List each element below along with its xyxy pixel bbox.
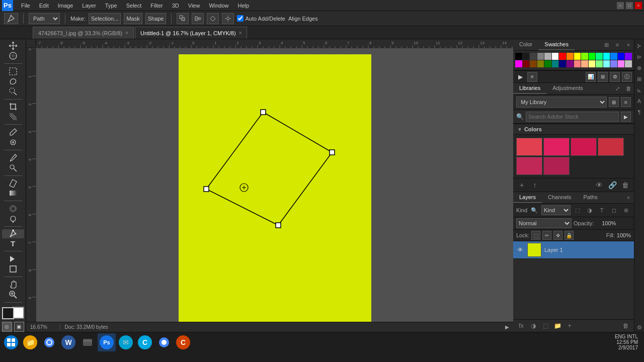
grid-icon[interactable]: ⊞ — [598, 72, 608, 82]
play-btn[interactable]: ▶ — [515, 72, 525, 82]
swatch-1[interactable] — [523, 53, 530, 60]
info-icon[interactable]: ⓘ — [622, 72, 632, 82]
lib-grid-view[interactable]: ⊞ — [609, 97, 619, 107]
panel-grid-view-btn[interactable]: ⊞ — [602, 40, 611, 49]
color-swatch-4[interactable] — [598, 138, 624, 156]
clone-tool[interactable] — [2, 163, 24, 172]
swatch-12[interactable] — [552, 60, 559, 67]
lock-position-btn[interactable]: ✥ — [553, 231, 562, 240]
colors-add-btn[interactable]: + — [516, 180, 527, 190]
swatch-red[interactable] — [559, 53, 566, 60]
menu-select[interactable]: Select — [122, 2, 146, 10]
taskbar-word[interactable]: W — [59, 333, 77, 351]
swatch-blue[interactable] — [618, 53, 625, 60]
menu-window[interactable]: Window — [205, 2, 232, 10]
colors-trash-btn[interactable]: 🗑 — [620, 180, 631, 190]
taskbar-app-c2[interactable]: C — [174, 333, 192, 351]
tool-mode-select[interactable]: Path Shape Pixels — [29, 13, 60, 24]
swatch-lime[interactable] — [581, 53, 588, 60]
colors-eye-btn[interactable]: 👁 — [594, 180, 605, 190]
swatch-14[interactable] — [567, 60, 574, 67]
color-swatch-2[interactable] — [543, 138, 570, 156]
menu-view[interactable]: View — [184, 2, 204, 10]
taskbar-chrome2[interactable] — [155, 333, 173, 351]
layers-panel-close[interactable]: × — [624, 193, 633, 202]
type-tool[interactable]: T — [2, 239, 24, 248]
healing-tool[interactable] — [2, 138, 24, 147]
crop-tool[interactable] — [2, 102, 24, 111]
vert-icon-2[interactable]: ⊳ — [635, 52, 644, 61]
swatch-7[interactable] — [625, 53, 632, 60]
swatch-white[interactable] — [552, 53, 559, 60]
vert-icon-6[interactable]: A — [635, 97, 644, 106]
swatch-9[interactable] — [530, 60, 537, 67]
layer-item-1[interactable]: 👁 Layer 1 — [513, 241, 634, 259]
shape-tool-btn[interactable] — [2, 264, 24, 274]
lib-trash-btn[interactable]: 🗑 — [624, 84, 633, 93]
swatch-22[interactable] — [625, 60, 632, 67]
layers-search-icon[interactable]: 🔍 — [529, 206, 539, 215]
vert-icon-5[interactable]: ⊾ — [635, 85, 644, 95]
slice-tool[interactable] — [2, 112, 24, 121]
dodge-tool[interactable] — [2, 214, 24, 223]
layers-folder-btn[interactable]: 📁 — [552, 321, 562, 330]
taskbar-mail[interactable]: ✉ — [117, 333, 135, 351]
layer-pixel-btn[interactable]: ⬚ — [573, 206, 583, 215]
menu-type[interactable]: Type — [101, 2, 121, 10]
library-select[interactable]: My Library — [516, 97, 607, 108]
layers-delete-btn[interactable]: 🗑 — [621, 321, 631, 330]
taskbar-chrome[interactable] — [40, 333, 58, 351]
gear-icon-btn[interactable] — [222, 13, 234, 24]
color-swatch-5[interactable] — [516, 157, 542, 175]
swatch-21[interactable] — [618, 60, 625, 67]
auto-add-delete-label[interactable]: Auto Add/Delete — [237, 15, 285, 22]
layer-adj-btn[interactable]: ◑ — [585, 206, 595, 215]
vert-icon-bottom[interactable]: ⚙ — [635, 323, 644, 332]
taskbar-files[interactable] — [78, 333, 97, 351]
hand-tool[interactable] — [2, 280, 24, 289]
tab-2[interactable]: Untitled-1 @ 16.7% (Layer 1, CMYK/8) × — [135, 27, 248, 39]
zoom-tool[interactable] — [2, 290, 24, 299]
menu-3d[interactable]: 3D — [168, 2, 183, 10]
color-swatch-3[interactable] — [571, 138, 597, 156]
layers-adj-btn[interactable]: ◑ — [528, 321, 538, 330]
swatch-17[interactable] — [589, 60, 596, 67]
swatch-3[interactable] — [537, 53, 544, 60]
menu-edit[interactable]: Edit — [35, 2, 53, 10]
path-align-btn[interactable] — [192, 13, 204, 24]
tab-libraries[interactable]: Libraries — [513, 83, 546, 94]
swatch-yellow[interactable] — [574, 53, 581, 60]
blend-mode-select[interactable]: Normal — [516, 218, 572, 228]
swatch-11[interactable] — [544, 60, 551, 67]
tab-adjustments[interactable]: Adjustments — [546, 83, 589, 94]
taskbar-explorer[interactable]: 📁 — [21, 333, 39, 351]
panel-list-view-btn[interactable]: ≡ — [613, 40, 622, 49]
path-select-tool[interactable] — [2, 254, 24, 263]
colors-collapse-arrow[interactable]: ▼ — [517, 127, 522, 132]
blur-tool[interactable] — [2, 204, 24, 213]
pen-tool-icon[interactable] — [4, 13, 18, 24]
close-btn[interactable]: × — [635, 2, 642, 9]
search-input[interactable] — [526, 112, 619, 122]
eyedropper-tool[interactable] — [2, 128, 24, 137]
swatch-magenta[interactable] — [515, 60, 522, 67]
chart-icon[interactable]: 📊 — [586, 72, 596, 82]
swatch-green[interactable] — [589, 53, 596, 60]
lib-expand-btn[interactable]: ⤢ — [613, 84, 622, 93]
artboard-tool[interactable] — [2, 51, 24, 60]
color-swatch-1[interactable] — [516, 138, 542, 156]
menu-layer[interactable]: Layer — [78, 2, 100, 10]
bars-icon[interactable]: ≡ — [527, 72, 537, 82]
menu-filter[interactable]: Filter — [146, 2, 167, 10]
mask-btn[interactable]: Mask — [124, 13, 142, 24]
swatches-tab[interactable]: Swatches — [538, 39, 575, 50]
layer-smart-btn[interactable]: ⊛ — [621, 206, 631, 215]
tab-paths[interactable]: Paths — [578, 192, 604, 203]
swatch-8[interactable] — [523, 60, 530, 67]
minimize-btn[interactable]: − — [617, 2, 624, 9]
panel-close-btn[interactable]: × — [624, 40, 633, 49]
tab-2-close[interactable]: × — [239, 30, 242, 36]
tab-1-close[interactable]: × — [125, 30, 128, 36]
swatch-18[interactable] — [596, 60, 603, 67]
gradient-tool[interactable] — [2, 189, 24, 198]
